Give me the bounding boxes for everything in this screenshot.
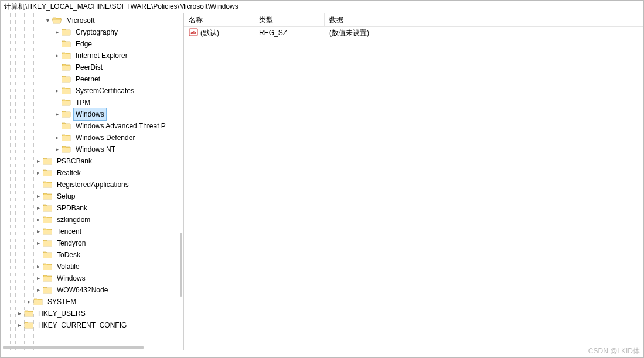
folder-icon bbox=[62, 51, 71, 60]
tree-item[interactable]: Realtek bbox=[1, 167, 183, 179]
twisty-icon[interactable] bbox=[16, 308, 23, 319]
twisty-icon[interactable] bbox=[53, 50, 60, 62]
tree-item[interactable]: Windows NT bbox=[1, 144, 183, 155]
column-type[interactable]: 类型 bbox=[254, 13, 325, 26]
tree-item-label: WOW6432Node bbox=[54, 284, 110, 296]
tree-item-label: Internet Explorer bbox=[73, 49, 130, 62]
values-list[interactable]: ab(默认)REG_SZ(数值未设置) bbox=[184, 27, 643, 39]
twisty-icon[interactable] bbox=[25, 296, 32, 308]
tree-item[interactable]: HKEY_CURRENT_CONFIG bbox=[1, 319, 183, 331]
folder-icon bbox=[33, 297, 43, 306]
tree-item-label: TPM bbox=[73, 96, 93, 109]
folder-icon bbox=[43, 156, 52, 166]
tree-item[interactable]: WOW6432Node bbox=[1, 284, 183, 296]
tree-item[interactable]: TPM bbox=[1, 97, 183, 108]
tree-item-label: Windows Defender bbox=[73, 131, 137, 144]
tree-item[interactable]: SPDBank bbox=[1, 202, 183, 214]
tree-item-label: HKEY_USERS bbox=[36, 307, 88, 320]
tree-vertical-scrollbar[interactable] bbox=[180, 233, 182, 297]
folder-icon bbox=[24, 321, 33, 330]
folder-icon bbox=[62, 39, 71, 49]
tree-item-label: Setup bbox=[54, 190, 77, 203]
twisty-icon[interactable] bbox=[44, 15, 51, 26]
twisty-icon[interactable] bbox=[16, 319, 23, 331]
twisty-icon[interactable] bbox=[35, 226, 42, 237]
tree-item-label: HKEY_CURRENT_CONFIG bbox=[36, 319, 129, 332]
values-row[interactable]: ab(默认)REG_SZ(数值未设置) bbox=[184, 27, 643, 39]
tree-item[interactable]: SYSTEM bbox=[1, 296, 183, 308]
tree-item[interactable]: SystemCertificates bbox=[1, 85, 183, 97]
footer-spacer bbox=[1, 350, 643, 358]
tree-item-label: Microsoft bbox=[64, 14, 97, 27]
tree-item[interactable]: Cryptography bbox=[1, 26, 183, 38]
tree-item[interactable]: Windows bbox=[1, 272, 183, 284]
registry-tree[interactable]: MicrosoftCryptographyEdgeInternet Explor… bbox=[1, 13, 183, 332]
twisty-icon[interactable] bbox=[35, 284, 42, 296]
twisty-icon[interactable] bbox=[35, 214, 42, 226]
tree-item-label: ToDesk bbox=[54, 248, 83, 261]
tree-item[interactable]: Tendyron bbox=[1, 237, 183, 249]
tree-item[interactable]: Edge bbox=[1, 38, 183, 50]
value-data-cell: (数值未设置) bbox=[325, 27, 500, 39]
twisty-icon[interactable] bbox=[35, 261, 42, 272]
tree-item[interactable]: Microsoft bbox=[1, 15, 183, 26]
folder-icon bbox=[62, 98, 71, 107]
twisty-icon[interactable] bbox=[53, 26, 60, 38]
folder-icon bbox=[62, 121, 71, 131]
folder-icon bbox=[43, 238, 52, 248]
folder-icon bbox=[43, 285, 52, 295]
tree-item-label: Windows NT bbox=[73, 143, 118, 156]
tree-item[interactable]: PSBCBank bbox=[1, 155, 183, 167]
tree-item-label: PSBCBank bbox=[54, 155, 94, 168]
tree-item-label: Volatile bbox=[54, 260, 82, 273]
tree-item[interactable]: Windows Advanced Threat P bbox=[1, 120, 183, 132]
values-header[interactable]: 名称 类型 数据 bbox=[184, 13, 643, 27]
tree-item-label: Peernet bbox=[73, 73, 103, 86]
svg-text:ab: ab bbox=[190, 30, 196, 35]
twisty-icon[interactable] bbox=[53, 144, 60, 155]
twisty-icon[interactable] bbox=[35, 167, 42, 179]
tree-item[interactable]: Internet Explorer bbox=[1, 50, 183, 62]
tree-item[interactable]: Windows bbox=[1, 108, 183, 120]
twisty-icon[interactable] bbox=[35, 237, 42, 249]
tree-item-label: Tendyron bbox=[54, 237, 88, 250]
tree-item[interactable]: Tencent bbox=[1, 226, 183, 237]
value-name: (默认) bbox=[200, 29, 219, 37]
values-pane: 名称 类型 数据 ab(默认)REG_SZ(数值未设置) bbox=[184, 13, 643, 350]
folder-icon bbox=[43, 227, 52, 236]
tree-item-label: Edge bbox=[73, 37, 94, 50]
tree-item[interactable]: Volatile bbox=[1, 261, 183, 272]
folder-icon bbox=[62, 74, 71, 84]
tree-item[interactable]: RegisteredApplications bbox=[1, 179, 183, 190]
tree-pane: MicrosoftCryptographyEdgeInternet Explor… bbox=[1, 13, 184, 350]
twisty-icon[interactable] bbox=[35, 190, 42, 202]
twisty-icon[interactable] bbox=[53, 132, 60, 144]
tree-item[interactable]: Peernet bbox=[1, 73, 183, 85]
folder-icon bbox=[62, 86, 71, 96]
tree-item[interactable]: szkingdom bbox=[1, 214, 183, 226]
twisty-icon[interactable] bbox=[35, 272, 42, 284]
twisty-icon[interactable] bbox=[35, 155, 42, 167]
tree-horizontal-scrollbar[interactable] bbox=[3, 346, 144, 349]
twisty-icon[interactable] bbox=[53, 85, 60, 97]
tree-item[interactable]: Setup bbox=[1, 190, 183, 202]
tree-item[interactable]: ToDesk bbox=[1, 249, 183, 261]
folder-icon bbox=[43, 250, 52, 260]
tree-item-label: Windows bbox=[54, 272, 88, 285]
folder-icon bbox=[43, 262, 52, 271]
twisty-icon[interactable] bbox=[53, 108, 60, 120]
folder-icon bbox=[62, 63, 71, 72]
column-name[interactable]: 名称 bbox=[184, 13, 254, 26]
tree-item-label: Realtek bbox=[54, 166, 83, 179]
address-bar[interactable]: 计算机\HKEY_LOCAL_MACHINE\SOFTWARE\Policies… bbox=[1, 1, 643, 13]
tree-item[interactable]: Windows Defender bbox=[1, 132, 183, 144]
column-data[interactable]: 数据 bbox=[325, 13, 500, 26]
value-name-cell: ab(默认) bbox=[184, 27, 254, 39]
tree-item[interactable]: HKEY_USERS bbox=[1, 308, 183, 319]
tree-item[interactable]: PeerDist bbox=[1, 62, 183, 73]
twisty-icon[interactable] bbox=[35, 202, 42, 214]
tree-item-label: szkingdom bbox=[54, 213, 93, 226]
folder-icon bbox=[62, 110, 71, 119]
string-value-icon: ab bbox=[189, 28, 198, 37]
folder-icon bbox=[43, 168, 52, 178]
